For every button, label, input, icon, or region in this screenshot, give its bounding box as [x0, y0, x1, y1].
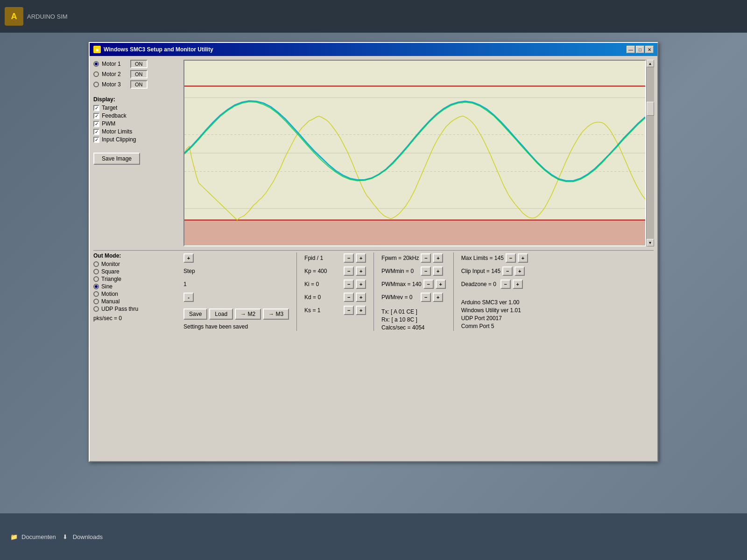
comm-port: Comm Port 5: [461, 323, 528, 329]
motor-1-row: Motor 1 ON: [93, 60, 180, 68]
cb-inputclipping-row: ✓ Input Clipping: [93, 136, 180, 143]
chart-container: ▲ ▼: [183, 60, 654, 246]
chart-scrollbar: ▲ ▼: [646, 60, 654, 246]
load-button[interactable]: Load: [209, 308, 233, 320]
pwmrev-plus[interactable]: +: [433, 293, 443, 302]
save-image-button[interactable]: Save Image: [93, 153, 140, 165]
motor-1-radio[interactable]: [93, 61, 99, 67]
pwmmax-minus[interactable]: −: [423, 280, 434, 289]
cb-feedback[interactable]: ✓: [93, 113, 99, 119]
m3-button[interactable]: → M3: [263, 308, 289, 320]
main-window: ■ Windows SMC3 Setup and Monitor Utility…: [89, 42, 658, 462]
clipinput-plus[interactable]: +: [514, 266, 525, 276]
step-minus-row: -: [183, 292, 289, 303]
maximize-button[interactable]: □: [636, 46, 644, 53]
ki-plus[interactable]: +: [356, 280, 366, 289]
maxlimits-label: Max Limits = 145: [461, 255, 504, 261]
ki-label: Ki = 0: [304, 281, 342, 287]
maxlimits-plus[interactable]: +: [518, 253, 528, 263]
ki-minus[interactable]: −: [344, 280, 354, 289]
outmode-manual-radio[interactable]: [93, 299, 99, 304]
motor-2-label: Motor 2: [102, 71, 127, 77]
cb-inputclipping[interactable]: ✓: [93, 137, 99, 143]
motor-section: Motor 1 ON Motor 2 ON Motor 3: [93, 60, 180, 89]
kd-plus[interactable]: +: [356, 293, 366, 302]
scrollbar-down-button[interactable]: ▼: [647, 239, 654, 246]
save-button[interactable]: Save: [183, 308, 207, 320]
outmode-udp-radio[interactable]: [93, 306, 99, 312]
cb-pwm-row: ✓ PWM: [93, 120, 180, 127]
kp-row: Kp = 400 − +: [304, 266, 366, 277]
motor-2-on-button[interactable]: ON: [130, 70, 148, 78]
kd-minus[interactable]: −: [344, 293, 354, 302]
step-num-text: 1: [183, 281, 221, 287]
tx-label: Tx: [ A 01 CE ]: [381, 308, 446, 315]
divider-3: [453, 252, 454, 331]
taskbar-downloads[interactable]: ⬇ Downloads: [61, 532, 103, 541]
outmode-sine-radio[interactable]: [93, 284, 99, 289]
deadzone-minus[interactable]: −: [500, 280, 511, 289]
outmode-square-label: Square: [101, 268, 120, 275]
step-plus-button[interactable]: +: [183, 253, 194, 263]
outmode-motion-radio[interactable]: [93, 291, 99, 297]
outmode-monitor-radio[interactable]: [93, 261, 99, 267]
pwmrev-minus[interactable]: −: [421, 293, 431, 302]
motor-3-row: Motor 3 ON: [93, 80, 180, 89]
m2-button[interactable]: → M2: [235, 308, 261, 320]
kp-minus[interactable]: −: [344, 266, 354, 276]
scrollbar-thumb[interactable]: [647, 102, 654, 116]
cb-motorlimits-label: Motor Limits: [102, 128, 132, 135]
outmode-manual-label: Manual: [101, 298, 120, 305]
maxlimits-minus[interactable]: −: [506, 253, 516, 263]
kd-row: Kd = 0 − +: [304, 292, 366, 303]
cb-inputclipping-label: Input Clipping: [102, 136, 136, 143]
pwmmax-plus[interactable]: +: [436, 280, 446, 289]
outmode-udp-row: UDP Pass thru: [93, 306, 180, 312]
ks-row: Ks = 1 − +: [304, 305, 366, 316]
scrollbar-track[interactable]: [647, 67, 654, 239]
motor-3-label: Motor 3: [102, 81, 127, 88]
step-minus-button[interactable]: -: [183, 293, 194, 302]
motor-1-on-button[interactable]: ON: [130, 60, 148, 68]
app-icon: A: [5, 7, 23, 26]
outmode-motion-row: Motion: [93, 291, 180, 297]
pwmmin-label: PWMmin = 0: [381, 268, 419, 274]
fpwm-plus[interactable]: +: [433, 253, 443, 263]
motor-3-radio[interactable]: [93, 82, 99, 87]
close-button[interactable]: ✕: [645, 46, 654, 53]
fpid-plus[interactable]: +: [356, 253, 366, 263]
window-content: Motor 1 ON Motor 2 ON Motor 3: [90, 56, 657, 336]
cb-feedback-label: Feedback: [102, 112, 127, 119]
motor-3-on-button[interactable]: ON: [130, 80, 148, 89]
fpwm-minus[interactable]: −: [421, 253, 431, 263]
minimize-button[interactable]: —: [627, 46, 635, 53]
maxlimits-row: Max Limits = 145 − +: [461, 252, 528, 264]
deadzone-plus[interactable]: +: [513, 280, 523, 289]
left-panel: Motor 1 ON Motor 2 ON Motor 3: [93, 60, 180, 246]
ks-minus[interactable]: −: [344, 306, 354, 315]
pwmmin-minus[interactable]: −: [421, 266, 431, 276]
divider-1: [296, 252, 297, 331]
cb-motorlimits[interactable]: ✓: [93, 129, 99, 135]
deadzone-row: Deadzone = 0 − +: [461, 279, 528, 290]
cb-target[interactable]: ✓: [93, 105, 99, 111]
out-mode-title: Out Mode:: [93, 252, 180, 259]
cb-pwm[interactable]: ✓: [93, 121, 99, 127]
motor-2-row: Motor 2 ON: [93, 70, 180, 78]
clipinput-minus[interactable]: −: [502, 266, 513, 276]
deadzone-label: Deadzone = 0: [461, 281, 499, 287]
taskbar-documenten[interactable]: 📁 Documenten: [9, 532, 56, 541]
ks-plus[interactable]: +: [356, 306, 366, 315]
outmode-triangle-radio[interactable]: [93, 276, 99, 282]
pwmmin-plus[interactable]: +: [433, 266, 443, 276]
motor-2-radio[interactable]: [93, 71, 99, 77]
outmode-square-radio[interactable]: [93, 269, 99, 274]
kp-plus[interactable]: +: [356, 266, 366, 276]
cb-motorlimits-row: ✓ Motor Limits: [93, 128, 180, 135]
fpid-minus[interactable]: −: [344, 253, 354, 263]
out-mode-panel: Out Mode: Monitor Square Triangle: [93, 252, 180, 331]
scrollbar-up-button[interactable]: ▲: [647, 60, 654, 67]
outmode-sine-row: Sine: [93, 283, 180, 290]
step-controls: + Step 1 - Save Load → M2: [180, 252, 293, 331]
pwmmax-label: PWMmax = 140: [381, 281, 422, 287]
